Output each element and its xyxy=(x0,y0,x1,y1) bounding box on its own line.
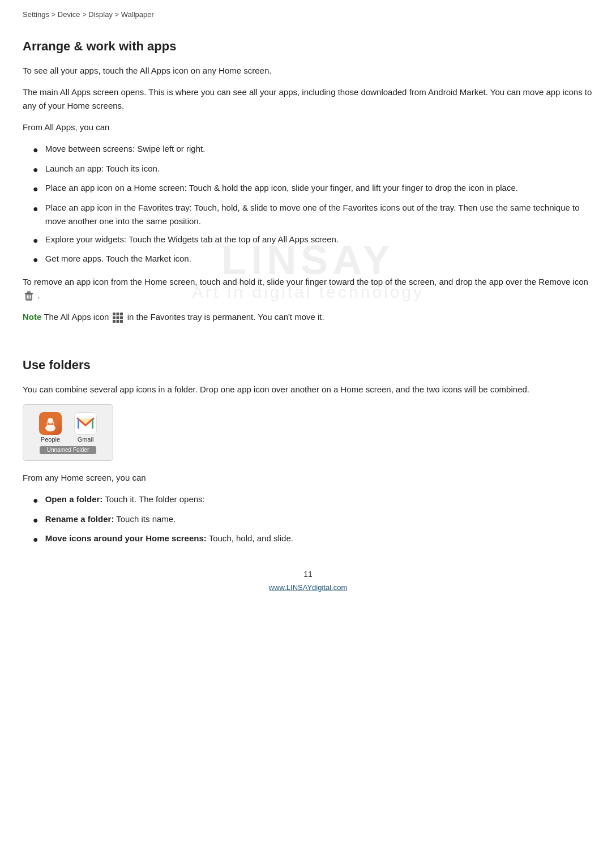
svg-rect-18 xyxy=(78,418,79,429)
section2-para1: You can combine several app icons in a f… xyxy=(23,383,593,396)
bullet-text: Move between screens: Swipe left or righ… xyxy=(45,142,206,156)
bullet-text: Open a folder: Touch it. The folder open… xyxy=(45,493,205,506)
list-item: Place an app icon on a Home screen: Touc… xyxy=(23,181,593,196)
people-app-label: People xyxy=(41,436,60,443)
people-app: People xyxy=(39,412,62,443)
allapps-icon xyxy=(112,312,123,323)
list-item: Move between screens: Swipe left or righ… xyxy=(23,142,593,157)
bullet-text: Get more apps. Touch the Market icon. xyxy=(45,252,191,266)
list-item: Explore your widgets: Touch the Widgets … xyxy=(23,233,593,248)
svg-rect-19 xyxy=(92,418,93,429)
list-item: Open a folder: Touch it. The folder open… xyxy=(23,493,593,508)
gmail-app-icon xyxy=(74,412,97,435)
bullet-label: Move icons around your Home screens: xyxy=(45,533,207,543)
section1-para1: To see all your apps, touch the All Apps… xyxy=(23,64,593,78)
section2-bullets: Open a folder: Touch it. The folder open… xyxy=(23,493,593,547)
folder-image: People Gmail Unnamed Folder xyxy=(23,404,113,461)
svg-rect-14 xyxy=(120,320,123,323)
svg-rect-12 xyxy=(113,320,116,323)
svg-rect-2 xyxy=(25,293,33,294)
svg-rect-1 xyxy=(27,292,30,293)
bullet-text: Rename a folder: Touch its name. xyxy=(45,512,176,526)
list-item: Place an app icon in the Favorites tray:… xyxy=(23,201,593,228)
bullet-text: Explore your widgets: Touch the Widgets … xyxy=(45,233,339,246)
note-label: Note xyxy=(23,312,41,322)
svg-rect-7 xyxy=(117,313,119,315)
page-footer: 11 www.LINSAYdigital.com xyxy=(23,570,593,592)
section1-para3: From All Apps, you can xyxy=(23,121,593,134)
section1-para2: The main All Apps screen opens. This is … xyxy=(23,85,593,113)
page-number: 11 xyxy=(23,570,593,579)
website-link[interactable]: www.LINSAYdigital.com xyxy=(23,583,593,592)
list-item: Rename a folder: Touch its name. xyxy=(23,512,593,528)
svg-rect-11 xyxy=(120,317,123,319)
section1-title: Arrange & work with apps xyxy=(23,39,593,54)
remove-text: To remove an app icon from the Home scre… xyxy=(23,275,593,302)
svg-rect-6 xyxy=(113,313,116,315)
section-use-folders: Use folders You can combine several app … xyxy=(23,358,593,547)
breadcrumb: Settings > Device > Display > Wallpaper xyxy=(23,10,593,19)
section2-title: Use folders xyxy=(23,358,593,373)
remove-icon xyxy=(24,290,34,302)
folder-name: Unnamed Folder xyxy=(47,447,89,453)
folder-icons-row: People Gmail xyxy=(39,412,97,443)
svg-point-16 xyxy=(45,425,55,431)
svg-rect-8 xyxy=(120,313,123,315)
list-item: Move icons around your Home screens: Tou… xyxy=(23,532,593,547)
svg-rect-13 xyxy=(117,320,119,323)
svg-rect-9 xyxy=(113,317,116,319)
gmail-app-label: Gmail xyxy=(78,436,94,443)
bullet-label: Rename a folder: xyxy=(45,514,114,524)
section-arrange-apps: Arrange & work with apps To see all your… xyxy=(23,39,593,324)
list-item: Launch an app: Touch its icon. xyxy=(23,162,593,177)
folder-title-bar: Unnamed Folder xyxy=(40,446,96,454)
list-item: Get more apps. Touch the Market icon. xyxy=(23,252,593,267)
svg-point-15 xyxy=(48,418,53,424)
svg-rect-10 xyxy=(117,317,119,319)
section2-para2: From any Home screen, you can xyxy=(23,471,593,485)
bullet-text: Place an app icon on a Home screen: Touc… xyxy=(45,181,518,195)
gmail-app: Gmail xyxy=(74,412,97,443)
bullet-text: Launch an app: Touch its icon. xyxy=(45,162,160,176)
people-app-icon xyxy=(39,412,62,435)
bullet-label: Open a folder: xyxy=(45,494,103,504)
bullet-text: Place an app icon in the Favorites tray:… xyxy=(45,201,593,228)
note-line: Note The All Apps icon in the Favorites … xyxy=(23,310,593,324)
bullet-text: Move icons around your Home screens: Tou… xyxy=(45,532,293,545)
section1-bullets: Move between screens: Swipe left or righ… xyxy=(23,142,593,267)
